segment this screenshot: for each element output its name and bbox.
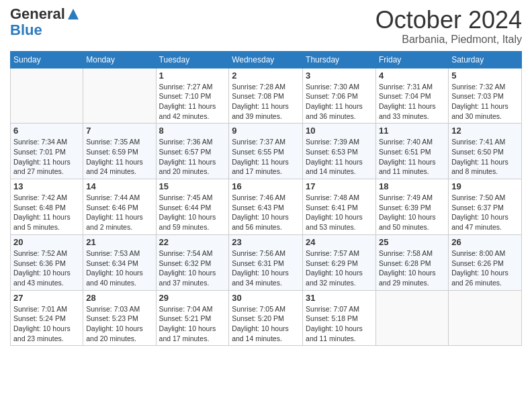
day-info: Sunrise: 7:58 AMSunset: 6:28 PMDaylight:… <box>379 248 445 288</box>
calendar-week-row: 1Sunrise: 7:27 AMSunset: 7:10 PMDaylight… <box>11 68 522 124</box>
calendar-cell: 6Sunrise: 7:34 AMSunset: 7:01 PMDaylight… <box>11 124 83 179</box>
day-info: Sunrise: 7:01 AMSunset: 5:24 PMDaylight:… <box>13 304 80 344</box>
calendar-cell: 13Sunrise: 7:42 AMSunset: 6:48 PMDayligh… <box>11 179 83 235</box>
day-info: Sunrise: 7:40 AMSunset: 6:51 PMDaylight:… <box>379 137 445 177</box>
day-number: 22 <box>159 237 226 247</box>
day-number: 5 <box>451 71 519 81</box>
day-info: Sunrise: 7:32 AMSunset: 7:03 PMDaylight:… <box>451 82 519 122</box>
calendar-cell: 30Sunrise: 7:05 AMSunset: 5:20 PMDayligh… <box>229 290 303 346</box>
day-number: 19 <box>451 181 519 191</box>
weekday-header: Sunday <box>11 51 83 68</box>
day-number: 10 <box>306 126 373 136</box>
calendar-cell: 11Sunrise: 7:40 AMSunset: 6:51 PMDayligh… <box>375 124 448 179</box>
calendar-cell: 14Sunrise: 7:44 AMSunset: 6:46 PMDayligh… <box>83 179 156 235</box>
day-info: Sunrise: 7:48 AMSunset: 6:41 PMDaylight:… <box>306 193 373 232</box>
calendar-week-row: 20Sunrise: 7:52 AMSunset: 6:36 PMDayligh… <box>11 234 522 290</box>
calendar-cell <box>375 290 448 346</box>
weekday-header: Tuesday <box>156 51 229 68</box>
day-number: 24 <box>306 237 373 247</box>
calendar-week-row: 27Sunrise: 7:01 AMSunset: 5:24 PMDayligh… <box>11 290 522 346</box>
day-number: 3 <box>306 71 373 81</box>
day-number: 1 <box>159 71 226 81</box>
calendar-week-row: 6Sunrise: 7:34 AMSunset: 7:01 PMDaylight… <box>11 124 522 179</box>
logo-text: General <box>10 7 65 21</box>
day-info: Sunrise: 7:34 AMSunset: 7:01 PMDaylight:… <box>13 137 80 177</box>
calendar-cell: 25Sunrise: 7:58 AMSunset: 6:28 PMDayligh… <box>375 234 448 290</box>
day-info: Sunrise: 7:50 AMSunset: 6:37 PMDaylight:… <box>451 193 519 232</box>
calendar-cell: 8Sunrise: 7:36 AMSunset: 6:57 PMDaylight… <box>156 124 229 179</box>
day-info: Sunrise: 7:53 AMSunset: 6:34 PMDaylight:… <box>86 248 152 288</box>
page-header: General Blue October 2024 Barbania, Pied… <box>10 7 522 46</box>
logo-blue-text: Blue <box>10 21 42 38</box>
day-number: 15 <box>159 181 226 191</box>
day-number: 16 <box>232 181 300 191</box>
calendar-cell: 16Sunrise: 7:46 AMSunset: 6:43 PMDayligh… <box>229 179 303 235</box>
calendar-cell: 31Sunrise: 7:07 AMSunset: 5:18 PMDayligh… <box>303 290 376 346</box>
day-info: Sunrise: 7:44 AMSunset: 6:46 PMDaylight:… <box>86 193 152 232</box>
day-number: 25 <box>379 237 445 247</box>
calendar-cell: 28Sunrise: 7:03 AMSunset: 5:23 PMDayligh… <box>83 290 156 346</box>
day-number: 28 <box>86 293 152 303</box>
day-number: 14 <box>86 181 152 191</box>
day-info: Sunrise: 7:41 AMSunset: 6:50 PMDaylight:… <box>451 137 519 177</box>
calendar-cell: 19Sunrise: 7:50 AMSunset: 6:37 PMDayligh… <box>449 179 522 235</box>
month-title: October 2024 <box>375 7 522 34</box>
calendar-cell: 18Sunrise: 7:49 AMSunset: 6:39 PMDayligh… <box>375 179 448 235</box>
weekday-header: Friday <box>375 51 448 68</box>
day-number: 29 <box>159 293 226 303</box>
weekday-header: Monday <box>83 51 156 68</box>
day-info: Sunrise: 7:30 AMSunset: 7:06 PMDaylight:… <box>306 82 373 122</box>
weekday-header: Thursday <box>303 51 376 68</box>
day-info: Sunrise: 7:45 AMSunset: 6:44 PMDaylight:… <box>159 193 226 232</box>
day-number: 9 <box>232 126 300 136</box>
calendar-header-row: SundayMondayTuesdayWednesdayThursdayFrid… <box>11 51 522 68</box>
day-number: 31 <box>306 293 373 303</box>
svg-marker-0 <box>68 9 79 19</box>
day-info: Sunrise: 7:35 AMSunset: 6:59 PMDaylight:… <box>86 137 152 177</box>
day-number: 18 <box>379 181 445 191</box>
calendar-cell: 20Sunrise: 7:52 AMSunset: 6:36 PMDayligh… <box>11 234 83 290</box>
day-info: Sunrise: 7:04 AMSunset: 5:21 PMDaylight:… <box>159 304 226 344</box>
calendar-cell: 29Sunrise: 7:04 AMSunset: 5:21 PMDayligh… <box>156 290 229 346</box>
calendar-cell: 22Sunrise: 7:54 AMSunset: 6:32 PMDayligh… <box>156 234 229 290</box>
calendar-cell: 27Sunrise: 7:01 AMSunset: 5:24 PMDayligh… <box>11 290 83 346</box>
day-number: 27 <box>13 293 80 303</box>
day-info: Sunrise: 7:46 AMSunset: 6:43 PMDaylight:… <box>232 193 300 232</box>
day-number: 7 <box>86 126 152 136</box>
day-info: Sunrise: 7:57 AMSunset: 6:29 PMDaylight:… <box>306 248 373 288</box>
calendar-cell: 23Sunrise: 7:56 AMSunset: 6:31 PMDayligh… <box>229 234 303 290</box>
calendar-cell: 12Sunrise: 7:41 AMSunset: 6:50 PMDayligh… <box>449 124 522 179</box>
day-number: 4 <box>379 71 445 81</box>
day-number: 12 <box>451 126 519 136</box>
day-number: 2 <box>232 71 300 81</box>
day-info: Sunrise: 8:00 AMSunset: 6:26 PMDaylight:… <box>451 248 519 288</box>
logo: General Blue <box>10 7 80 39</box>
weekday-header: Saturday <box>449 51 522 68</box>
day-number: 6 <box>13 126 80 136</box>
day-info: Sunrise: 7:07 AMSunset: 5:18 PMDaylight:… <box>306 304 373 344</box>
calendar-week-row: 13Sunrise: 7:42 AMSunset: 6:48 PMDayligh… <box>11 179 522 235</box>
location-title: Barbania, Piedmont, Italy <box>375 34 522 46</box>
day-info: Sunrise: 7:27 AMSunset: 7:10 PMDaylight:… <box>159 82 226 122</box>
day-info: Sunrise: 7:31 AMSunset: 7:04 PMDaylight:… <box>379 82 445 122</box>
title-block: October 2024 Barbania, Piedmont, Italy <box>375 7 522 46</box>
day-number: 8 <box>159 126 226 136</box>
day-number: 26 <box>451 237 519 247</box>
calendar-cell: 5Sunrise: 7:32 AMSunset: 7:03 PMDaylight… <box>449 68 522 124</box>
calendar-cell: 3Sunrise: 7:30 AMSunset: 7:06 PMDaylight… <box>303 68 376 124</box>
calendar-cell: 24Sunrise: 7:57 AMSunset: 6:29 PMDayligh… <box>303 234 376 290</box>
calendar-cell: 21Sunrise: 7:53 AMSunset: 6:34 PMDayligh… <box>83 234 156 290</box>
day-info: Sunrise: 7:54 AMSunset: 6:32 PMDaylight:… <box>159 248 226 288</box>
day-number: 17 <box>306 181 373 191</box>
day-info: Sunrise: 7:52 AMSunset: 6:36 PMDaylight:… <box>13 248 80 288</box>
day-info: Sunrise: 7:36 AMSunset: 6:57 PMDaylight:… <box>159 137 226 177</box>
calendar-cell <box>449 290 522 346</box>
calendar-table: SundayMondayTuesdayWednesdayThursdayFrid… <box>10 51 522 347</box>
day-info: Sunrise: 7:03 AMSunset: 5:23 PMDaylight:… <box>86 304 152 344</box>
calendar-cell <box>11 68 83 124</box>
day-number: 23 <box>232 237 300 247</box>
calendar-cell: 17Sunrise: 7:48 AMSunset: 6:41 PMDayligh… <box>303 179 376 235</box>
day-number: 11 <box>379 126 445 136</box>
calendar-cell: 10Sunrise: 7:39 AMSunset: 6:53 PMDayligh… <box>303 124 376 179</box>
day-info: Sunrise: 7:49 AMSunset: 6:39 PMDaylight:… <box>379 193 445 232</box>
